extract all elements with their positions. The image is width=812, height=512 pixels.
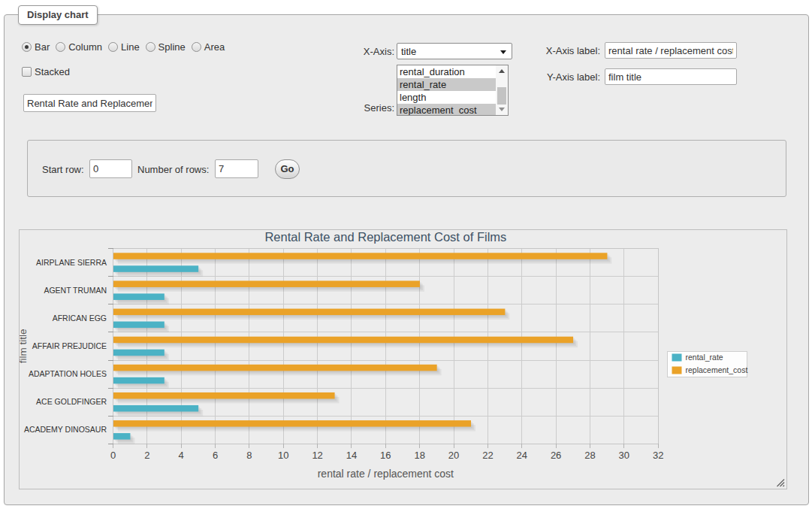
radio-line-label[interactable]: Line (121, 41, 140, 53)
svg-text:ACE GOLDFINGER: ACE GOLDFINGER (36, 397, 107, 406)
x-axis-label-caption: X-Axis label: (525, 45, 600, 56)
scroll-down-icon[interactable] (499, 108, 505, 111)
svg-text:AGENT TRUMAN: AGENT TRUMAN (44, 286, 107, 295)
x-axis-select[interactable]: title (397, 43, 512, 59)
svg-text:ACADEMY DINOSAUR: ACADEMY DINOSAUR (24, 425, 107, 434)
series-option-replacement-cost[interactable]: replacement_cost (397, 104, 497, 116)
x-axis-caption: X-Axis: (319, 46, 394, 57)
radio-column[interactable] (56, 42, 65, 52)
svg-text:2: 2 (144, 450, 149, 461)
stacked-label[interactable]: Stacked (35, 66, 70, 77)
svg-text:0: 0 (110, 450, 116, 461)
radio-spline-label[interactable]: Spline (158, 41, 186, 53)
x-axis-selected-value: title (401, 46, 416, 57)
svg-text:12: 12 (312, 450, 322, 461)
svg-text:22: 22 (482, 450, 493, 461)
svg-text:AFRICAN EGG: AFRICAN EGG (53, 314, 107, 323)
radio-bar[interactable] (22, 42, 32, 52)
svg-text:film title: film title (20, 329, 29, 364)
y-axis-label-input[interactable] (605, 68, 737, 85)
series-option-length[interactable]: length (397, 91, 497, 104)
series-select-scrollbar[interactable] (496, 65, 508, 115)
svg-text:8: 8 (246, 450, 252, 461)
radio-spline[interactable] (146, 42, 155, 52)
svg-text:replacement_cost: replacement_cost (686, 365, 748, 374)
chart-container: 02468101214161820222426283032AIRPLANE SI… (19, 229, 787, 489)
radio-area-label[interactable]: Area (204, 41, 225, 53)
rows-panel: Start row: Number of rows: Go (27, 140, 786, 197)
svg-text:rental_rate: rental_rate (686, 353, 723, 362)
resize-handle-icon[interactable] (776, 478, 785, 487)
svg-text:10: 10 (278, 450, 288, 461)
y-axis-label-caption: Y-Axis label: (525, 71, 600, 83)
svg-text:20: 20 (448, 450, 459, 461)
svg-text:Rental Rate and Replacement Co: Rental Rate and Replacement Cost of Film… (264, 230, 506, 244)
stacked-checkbox[interactable] (22, 67, 32, 77)
x-axis-label-input[interactable] (605, 42, 737, 59)
stacked-row: Stacked (22, 66, 70, 77)
svg-text:ADAPTATION HOLES: ADAPTATION HOLES (29, 369, 107, 378)
svg-text:26: 26 (551, 450, 561, 461)
svg-text:18: 18 (414, 450, 424, 461)
fieldset-legend: Display chart (18, 5, 98, 25)
svg-text:6: 6 (213, 450, 218, 461)
chart-title-input[interactable] (23, 94, 156, 112)
svg-text:4: 4 (179, 450, 184, 461)
go-button[interactable]: Go (275, 159, 300, 179)
start-row-input[interactable] (89, 159, 132, 178)
radio-column-label[interactable]: Column (68, 41, 102, 53)
svg-text:24: 24 (517, 450, 527, 461)
display-chart-page: Display chart Bar Column Line Spline Are… (0, 0, 812, 512)
dropdown-arrow-icon (500, 50, 506, 54)
svg-text:32: 32 (653, 450, 663, 461)
svg-text:28: 28 (584, 450, 595, 461)
svg-text:AFFAIR PREJUDICE: AFFAIR PREJUDICE (32, 341, 107, 350)
scroll-up-icon[interactable] (499, 69, 505, 73)
svg-text:30: 30 (619, 450, 629, 461)
series-option-rental-duration[interactable]: rental_duration (397, 65, 497, 78)
scrollbar-thumb[interactable] (497, 87, 506, 105)
radio-bar-label[interactable]: Bar (35, 41, 50, 53)
radio-area[interactable] (192, 42, 201, 52)
num-rows-input[interactable] (215, 159, 258, 178)
radio-line[interactable] (108, 42, 118, 52)
num-rows-label: Number of rows: (137, 164, 209, 175)
series-caption: Series: (319, 102, 394, 114)
start-row-label: Start row: (42, 164, 84, 175)
series-option-rental-rate[interactable]: rental_rate (397, 78, 497, 91)
series-multiselect[interactable]: rental_duration rental_rate length repla… (397, 65, 509, 116)
chart-type-radio-group: Bar Column Line Spline Area (22, 41, 231, 52)
bar-chart: 02468101214161820222426283032AIRPLANE SI… (20, 230, 786, 489)
svg-text:14: 14 (346, 450, 357, 461)
svg-text:rental rate / replacement cost: rental rate / replacement cost (318, 468, 454, 480)
svg-text:AIRPLANE SIERRA: AIRPLANE SIERRA (36, 258, 107, 267)
svg-text:16: 16 (380, 450, 391, 461)
